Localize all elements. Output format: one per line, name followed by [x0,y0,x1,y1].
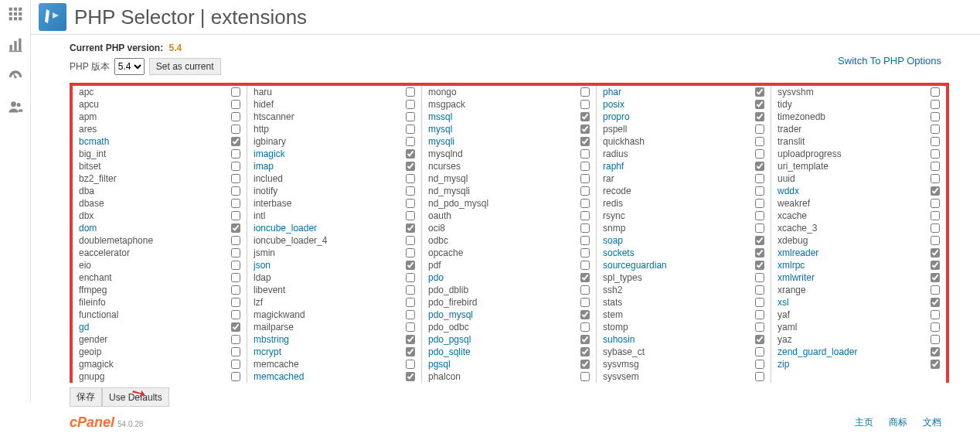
extension-checkbox[interactable] [406,360,415,369]
extension-checkbox[interactable] [755,149,764,159]
extension-item[interactable]: snmp [597,222,771,234]
extension-item[interactable]: hidef [247,98,421,111]
extension-item[interactable]: doublemetaphone [73,234,247,247]
extension-checkbox[interactable] [580,87,590,97]
extension-item[interactable]: pdo_odbc [422,321,596,333]
extension-item[interactable]: phalcon [422,370,596,383]
extension-checkbox[interactable] [755,223,764,233]
extension-checkbox[interactable] [580,347,590,356]
extension-item[interactable]: raphf [597,160,771,172]
extension-checkbox[interactable] [406,149,415,159]
extension-item[interactable]: bitset [73,160,247,172]
switch-options-link[interactable]: Switch To PHP Options [838,55,941,67]
extension-checkbox[interactable] [580,186,590,196]
extension-checkbox[interactable] [406,223,415,233]
extension-checkbox[interactable] [231,360,240,369]
extension-item[interactable]: igbinary [247,135,421,148]
extension-item[interactable]: ioncube_loader [247,222,421,234]
extension-item[interactable]: eio [73,259,247,271]
extension-checkbox[interactable] [231,310,240,319]
extension-item[interactable]: yaf [771,309,946,321]
extension-item[interactable]: posix [597,98,771,111]
extension-item[interactable]: recode [597,185,771,197]
extension-item[interactable]: fileinfo [73,296,247,309]
extension-checkbox[interactable] [231,149,240,159]
extension-item[interactable]: suhosin [597,333,771,346]
extension-item[interactable]: xmlreader [771,247,946,259]
extension-item[interactable]: gmagick [73,358,247,370]
extension-item[interactable]: pdo_firebird [422,296,596,309]
extension-checkbox[interactable] [755,100,764,109]
extension-item[interactable]: sysvsem [597,370,771,383]
extension-item[interactable]: libevent [247,284,421,296]
extension-checkbox[interactable] [580,335,590,344]
extension-item[interactable]: pdo_pgsql [422,333,596,346]
extension-checkbox[interactable] [231,162,240,171]
extension-checkbox[interactable] [931,186,940,196]
extension-checkbox[interactable] [580,261,590,270]
extension-item[interactable]: dom [73,222,247,234]
extension-checkbox[interactable] [231,112,240,121]
extension-checkbox[interactable] [580,174,590,183]
extension-checkbox[interactable] [580,310,590,319]
extension-checkbox[interactable] [931,273,940,282]
gauge-icon[interactable] [8,68,23,84]
extension-checkbox[interactable] [755,124,764,134]
extension-item[interactable]: stomp [597,321,771,333]
extension-item[interactable]: mssql [422,111,596,123]
apps-icon[interactable] [8,6,23,22]
extension-checkbox[interactable] [580,372,590,381]
extension-item[interactable]: bz2_filter [73,172,247,185]
extension-item[interactable]: memcache [247,358,421,370]
extension-item[interactable]: rar [597,172,771,185]
extension-checkbox[interactable] [580,112,590,121]
extension-item[interactable]: yaz [771,333,946,346]
extension-item[interactable]: interbase [247,197,421,210]
extension-checkbox[interactable] [580,236,590,245]
footer-link[interactable]: 主页 [855,417,873,428]
extension-checkbox[interactable] [231,100,240,109]
extension-item[interactable]: nd_mysqli [422,185,596,197]
extension-checkbox[interactable] [231,174,240,183]
extension-checkbox[interactable] [406,236,415,245]
extension-checkbox[interactable] [406,310,415,319]
extension-checkbox[interactable] [755,322,764,332]
extension-checkbox[interactable] [755,261,764,270]
extension-checkbox[interactable] [231,322,240,332]
php-version-select[interactable]: 5.4 [114,58,145,75]
extension-item[interactable]: mcrypt [247,346,421,358]
extension-item[interactable]: eaccelerator [73,247,247,259]
extension-checkbox[interactable] [231,347,240,356]
extension-item[interactable]: pspell [597,123,771,135]
extension-checkbox[interactable] [406,124,415,134]
extension-checkbox[interactable] [931,223,940,233]
extension-item[interactable]: xmlwriter [771,271,946,284]
extension-item[interactable]: pdo_sqlite [422,346,596,358]
extension-item[interactable]: apm [73,111,247,123]
extension-checkbox[interactable] [231,285,240,295]
extension-item[interactable]: zip [771,358,946,370]
extension-item[interactable]: imagick [247,148,421,160]
extension-checkbox[interactable] [755,87,764,97]
extension-item[interactable]: xcache_3 [771,222,946,234]
footer-link[interactable]: 文档 [923,417,941,428]
extension-item[interactable]: ares [73,123,247,135]
extension-item[interactable]: imap [247,160,421,172]
extension-item[interactable]: haru [247,86,421,98]
extension-checkbox[interactable] [931,261,940,270]
extension-item[interactable]: intl [247,210,421,222]
extension-item[interactable]: ncurses [422,160,596,172]
extension-item[interactable]: mongo [422,86,596,98]
extension-item[interactable]: http [247,123,421,135]
extension-item[interactable]: ssh2 [597,284,771,296]
extension-item[interactable]: spl_types [597,271,771,284]
extension-checkbox[interactable] [406,372,415,381]
extension-item[interactable]: oauth [422,210,596,222]
extension-item[interactable]: radius [597,148,771,160]
extension-checkbox[interactable] [931,124,940,134]
extension-checkbox[interactable] [580,360,590,369]
extension-checkbox[interactable] [406,248,415,258]
extension-item[interactable]: dbx [73,210,247,222]
extension-checkbox[interactable] [931,100,940,109]
extension-checkbox[interactable] [406,285,415,295]
